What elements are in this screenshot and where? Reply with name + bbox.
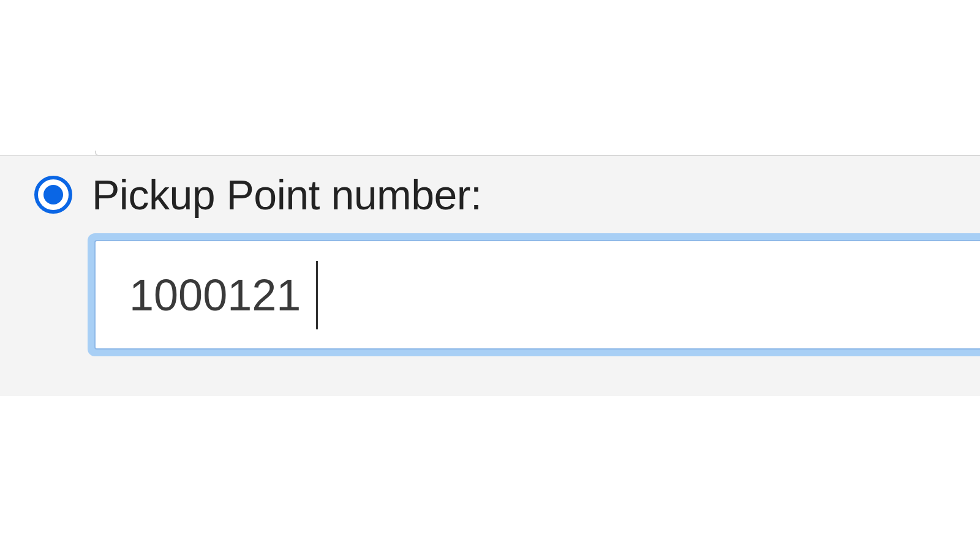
radio-selected-dot-icon: [43, 185, 63, 204]
radio-button-icon[interactable]: [34, 176, 72, 214]
previous-field-bottom-edge: [95, 151, 980, 156]
pickup-point-input-value: 1000121: [129, 270, 301, 320]
pickup-point-input[interactable]: 1000121: [94, 240, 980, 350]
pickup-point-label: Pickup Point number:: [92, 171, 481, 219]
pickup-point-radio-option[interactable]: Pickup Point number:: [34, 171, 481, 219]
pickup-point-input-focus-ring: 1000121: [88, 233, 980, 356]
form-panel: Pickup Point number: 1000121: [0, 155, 980, 396]
text-caret-icon: [316, 261, 318, 329]
